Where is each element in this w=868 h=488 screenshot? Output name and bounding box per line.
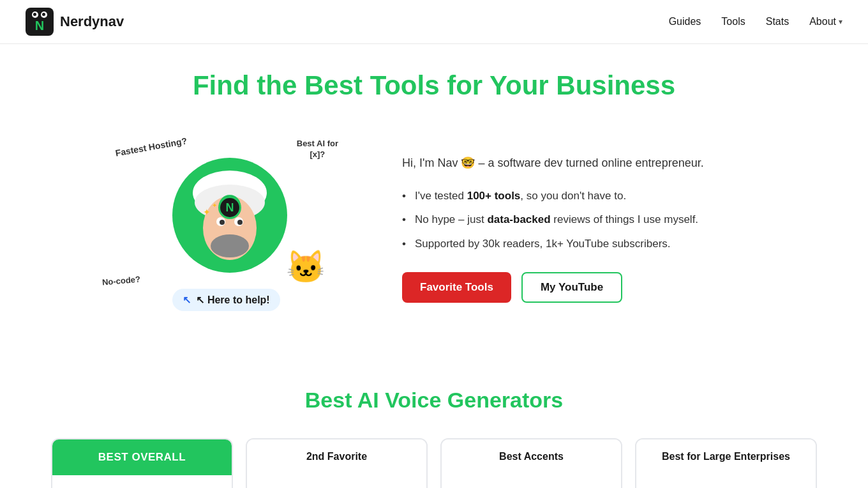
hero-text-block: Hi, I'm Nav 🤓 – a software dev turned on… xyxy=(402,154,772,303)
favorite-tools-button[interactable]: Favorite Tools xyxy=(402,272,511,303)
logo-icon: N xyxy=(26,8,54,36)
card-body-second-favorite xyxy=(247,474,426,488)
logo-eye-left xyxy=(32,11,38,18)
logo-eye-right xyxy=(41,11,47,18)
nav-about-dropdown[interactable]: About ▾ xyxy=(809,16,842,27)
label-best-ai: Best AI for[x]? xyxy=(297,139,338,160)
arrow-icon: ↖ xyxy=(196,294,204,305)
nav-about[interactable]: About xyxy=(809,16,836,27)
character-circle: N xyxy=(172,158,287,273)
logo-eyes xyxy=(32,11,47,18)
hero-title-highlight: Best Tools for Your Business xyxy=(304,70,675,100)
svg-point-5 xyxy=(220,220,225,225)
hero-buttons: Favorite Tools My YouTube xyxy=(402,272,772,303)
hero-list-item-3: Supported by 30k readers, 1k+ YouTube su… xyxy=(402,236,772,252)
section-title: Best AI Voice Generators xyxy=(13,388,855,413)
card-header-best-accents: Best Accents xyxy=(442,439,621,474)
logo-letter: N xyxy=(35,19,44,33)
card-header-best-overall: BEST OVERALL xyxy=(52,439,232,475)
illustration-container: Fastest Hosting? Best AI for[x]? No-code… xyxy=(96,132,364,324)
cat-figure: 🐱 xyxy=(286,248,326,286)
n-badge: N xyxy=(218,196,241,219)
card-second-favorite: 2nd Favorite xyxy=(246,438,428,488)
hero-list-item-2: No hype – just data-backed reviews of th… xyxy=(402,211,772,228)
hero-list-item-1: I've tested 100+ tools, so you don't hav… xyxy=(402,188,772,204)
card-body-best-overall xyxy=(52,475,232,488)
svg-text:✦: ✦ xyxy=(203,207,211,217)
nav-links: Guides Tools Stats About ▾ xyxy=(669,16,842,27)
hero-list: I've tested 100+ tools, so you don't hav… xyxy=(402,188,772,252)
card-header-second-favorite: 2nd Favorite xyxy=(247,439,426,474)
nav-guides[interactable]: Guides xyxy=(669,16,701,27)
logo-link[interactable]: N Nerdynav xyxy=(26,8,124,36)
card-header-best-enterprise: Best for Large Enterprises xyxy=(636,439,816,474)
here-to-help-text: Here to help! xyxy=(207,294,270,305)
label-fastest: Fastest Hosting? xyxy=(114,136,188,158)
chevron-down-icon: ▾ xyxy=(839,17,842,26)
hero-title: Find the Best Tools for Your Business xyxy=(96,70,772,102)
svg-point-6 xyxy=(237,220,243,225)
nav-tools[interactable]: Tools xyxy=(721,16,745,27)
here-to-help-bubble: ↖ Here to help! xyxy=(172,289,280,311)
nav-stats[interactable]: Stats xyxy=(766,16,789,27)
card-best-accents: Best Accents xyxy=(440,438,622,488)
logo-text: Nerdynav xyxy=(60,13,124,30)
bold-tools: 100+ tools xyxy=(467,190,521,202)
navigation: N Nerdynav Guides Tools Stats About ▾ xyxy=(0,0,868,44)
label-nocode: No-code? xyxy=(101,275,140,287)
svg-point-7 xyxy=(211,234,249,257)
svg-text:✦: ✦ xyxy=(212,202,217,209)
cards-row: BEST OVERALL 2nd Favorite Best Accents B… xyxy=(38,438,830,488)
card-body-best-enterprise xyxy=(636,474,816,488)
card-body-best-accents xyxy=(442,474,621,488)
hero-title-plain: Find the xyxy=(193,70,304,100)
hero-intro: Hi, I'm Nav 🤓 – a software dev turned on… xyxy=(402,154,772,172)
hero-section: Find the Best Tools for Your Business Fa… xyxy=(83,44,785,362)
hero-illustration: Fastest Hosting? Best AI for[x]? No-code… xyxy=(96,132,364,324)
my-youtube-button[interactable]: My YouTube xyxy=(521,272,622,303)
data-backed-text: data-backed xyxy=(487,213,550,225)
card-best-enterprise: Best for Large Enterprises xyxy=(635,438,817,488)
ai-voice-section: Best AI Voice Generators BEST OVERALL 2n… xyxy=(0,362,868,488)
card-best-overall: BEST OVERALL xyxy=(51,438,233,488)
hero-content: Fastest Hosting? Best AI for[x]? No-code… xyxy=(96,132,772,324)
